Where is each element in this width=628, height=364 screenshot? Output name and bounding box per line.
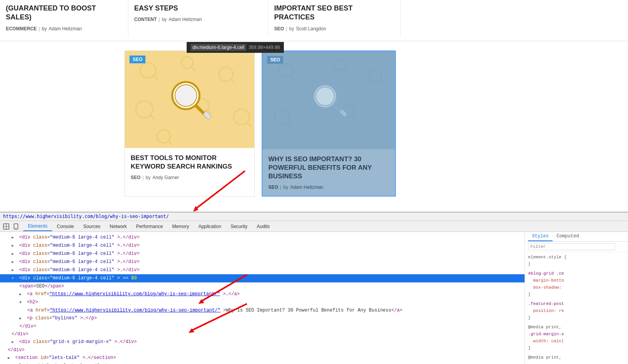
dom-line-close-main: </div> bbox=[0, 346, 525, 354]
tab-security[interactable]: Security bbox=[226, 222, 252, 231]
card-content-seo: WHY IS SEO IMPORTANT? 30 POWERFUL BENEFI… bbox=[262, 149, 395, 196]
svg-point-39 bbox=[16, 228, 16, 228]
card-image-blue: SEO bbox=[262, 51, 395, 149]
svg-marker-33 bbox=[193, 206, 198, 212]
svg-line-7 bbox=[150, 115, 155, 120]
dom-line-grid[interactable]: ▶ <div class="grid-x grid-margin-x" >…</… bbox=[0, 338, 525, 346]
tab-application[interactable]: Application bbox=[194, 222, 226, 231]
card-by: by bbox=[145, 175, 150, 180]
card-category: CONTENT bbox=[134, 17, 157, 22]
card-meta: SEO | by Adam Heitzman bbox=[268, 185, 389, 190]
dom-line[interactable]: ▶ <div class="medium-6 large-4 cell" >…<… bbox=[0, 266, 525, 274]
svg-line-3 bbox=[191, 67, 195, 70]
dom-panel: ▶ <div class="medium-6 large-4 cell" >…<… bbox=[0, 232, 525, 364]
element-tooltip: div.medium-6.large-4.cell 369.98×449.98 bbox=[187, 42, 284, 53]
svg-line-1 bbox=[154, 76, 158, 80]
devtools-icon-inspect[interactable] bbox=[2, 222, 10, 231]
card-by: by bbox=[283, 185, 288, 190]
website-preview: (GUARANTEED TO BOOST SALES) ECOMMERCE | … bbox=[0, 0, 628, 212]
svg-point-29 bbox=[316, 87, 334, 106]
dom-line[interactable]: ▶ <div class="medium-6 large-4 cell" >…<… bbox=[0, 233, 525, 242]
dom-line[interactable]: ▶ <div class="medium-6 large-4 cell" >…<… bbox=[0, 258, 525, 266]
dom-line[interactable]: ▶ <div class="medium-6 large-4 cell" >…<… bbox=[0, 250, 525, 258]
card-guaranteed[interactable]: (GUARANTEED TO BOOST SALES) ECOMMERCE | … bbox=[0, 0, 128, 37]
svg-point-12 bbox=[157, 130, 170, 143]
tab-sources[interactable]: Sources bbox=[79, 222, 105, 231]
card-content-tools: BEST TOOLS TO MONITOR KEYWORD SEARCH RAN… bbox=[125, 148, 254, 186]
dom-line-p-bylines[interactable]: ▶ <p class="bylines" >…</p> bbox=[0, 314, 525, 322]
card-best-tools[interactable]: SEO BEST TOOLS TO MONITOR KEYWORD SEARCH… bbox=[124, 51, 255, 197]
styles-featured-post: .featured-post position: re } bbox=[528, 300, 625, 321]
card-meta: SEO | by Scott Langdon bbox=[274, 26, 394, 31]
devtools-icon-mobile[interactable] bbox=[12, 222, 20, 231]
card-category: ECOMMERCE bbox=[6, 26, 37, 31]
card-category: SEO bbox=[268, 185, 278, 190]
tab-styles[interactable]: Styles bbox=[528, 232, 553, 241]
devtools-panel: https://www.highervisibility.com/blog/wh… bbox=[0, 212, 628, 364]
tab-memory[interactable]: Memory bbox=[168, 222, 194, 231]
svg-line-13 bbox=[168, 141, 172, 145]
styles-filter-input[interactable] bbox=[528, 243, 615, 250]
card-title: (GUARANTEED TO BOOST SALES) bbox=[6, 4, 122, 22]
styles-filter[interactable] bbox=[525, 242, 628, 252]
card-easy-steps[interactable]: EASY STEPS CONTENT | by Adam Heitzman bbox=[128, 0, 268, 37]
dom-line-close-div-inner: </div> bbox=[0, 322, 525, 330]
svg-point-4 bbox=[219, 67, 233, 81]
card-category: SEO bbox=[274, 26, 284, 31]
dom-line-a-text[interactable]: <a href="https://www.highervisibility.co… bbox=[0, 307, 525, 314]
card-divider bbox=[0, 41, 628, 41]
styles-panel: Styles Computed element.style { } #blog-… bbox=[525, 232, 628, 364]
card-meta: SEO | by Andy Garner bbox=[131, 175, 248, 180]
dom-line-span-seo[interactable]: <span>SEO</span> bbox=[0, 282, 525, 290]
dom-line-selected[interactable]: ▼ <div class="medium-6 large-4 cell" > =… bbox=[0, 274, 525, 282]
svg-line-34 bbox=[194, 198, 245, 212]
devtools-content: ▶ <div class="medium-6 large-4 cell" >…<… bbox=[0, 232, 628, 364]
svg-point-2 bbox=[181, 57, 193, 68]
dom-line-close-div: </div> bbox=[0, 330, 525, 338]
seo-badge-orange: SEO bbox=[129, 56, 145, 63]
dom-line[interactable]: ▶ <div class="medium-6 large-4 cell" >…<… bbox=[0, 242, 525, 250]
bottom-cards-row: SEO BEST TOOLS TO MONITOR KEYWORD SEARCH… bbox=[124, 51, 396, 197]
tab-console[interactable]: Console bbox=[52, 222, 79, 231]
page-wrapper: (GUARANTEED TO BOOST SALES) ECOMMERCE | … bbox=[0, 0, 628, 364]
card-title: EASY STEPS bbox=[134, 4, 262, 13]
tab-audits[interactable]: Audits bbox=[252, 222, 274, 231]
styles-element: element.style { } bbox=[528, 254, 625, 268]
bg-pattern bbox=[125, 51, 254, 148]
card-title: IMPORTANT SEO BEST PRACTICES bbox=[274, 4, 394, 22]
svg-line-9 bbox=[207, 110, 211, 114]
card-author: Andy Garner bbox=[152, 175, 179, 180]
tooltip-size: 369.98×449.98 bbox=[248, 45, 280, 50]
tab-performance[interactable]: Performance bbox=[131, 222, 168, 231]
card-author: Adam Heitzman bbox=[49, 26, 82, 31]
dom-line-h2[interactable]: ▼ <h2> bbox=[0, 298, 525, 307]
card-title: WHY IS SEO IMPORTANT? 30 POWERFUL BENEFI… bbox=[268, 155, 389, 181]
dom-line-footer[interactable]: ▶ <footer id="main-footer" >…</footer> bbox=[0, 362, 525, 364]
svg-line-5 bbox=[231, 79, 235, 83]
tab-network[interactable]: Network bbox=[105, 222, 131, 231]
magnifier-icon-blue bbox=[306, 77, 352, 124]
tooltip-tag: div.medium-6.large-4.cell bbox=[191, 44, 246, 51]
card-image-orange: SEO bbox=[125, 51, 254, 148]
card-meta: ECOMMERCE | by Adam Heitzman bbox=[6, 26, 122, 31]
devtools-tabs-row: Elements Console Sources Network Perform… bbox=[0, 221, 628, 232]
card-category: SEO bbox=[131, 175, 140, 180]
svg-point-8 bbox=[196, 99, 209, 111]
dom-line-a-img[interactable]: ▶ <a href="https://www.highervisibility.… bbox=[0, 290, 525, 298]
tab-computed[interactable]: Computed bbox=[553, 232, 583, 241]
card-title: BEST TOOLS TO MONITOR KEYWORD SEARCH RAN… bbox=[131, 154, 248, 171]
tab-elements[interactable]: Elements bbox=[23, 222, 52, 231]
card-by: by bbox=[289, 26, 294, 31]
svg-line-11 bbox=[247, 122, 251, 127]
styles-panel-tabs: Styles Computed bbox=[525, 232, 628, 242]
card-why-seo[interactable]: SEO WHY IS SEO IMPORTANT? 30 POWERFUL BE… bbox=[262, 51, 396, 197]
card-author: Adam Heitzman bbox=[169, 17, 202, 22]
card-meta: CONTENT | by Adam Heitzman bbox=[134, 17, 262, 22]
card-important-seo[interactable]: IMPORTANT SEO BEST PRACTICES SEO | by Sc… bbox=[268, 0, 401, 37]
card-author: Adam Heitzman bbox=[290, 185, 323, 190]
styles-media-print: @media print, .grid-margin-x width: calc… bbox=[528, 324, 625, 352]
styles-content: element.style { } #blog-grid .ce margin-… bbox=[525, 252, 628, 364]
card-by: by bbox=[42, 26, 47, 31]
dom-line-section-lets-talk[interactable]: ▶ <section id="lets-talk" >…</section> bbox=[0, 354, 525, 362]
styles-blog-grid: #blog-grid .ce margin-botto box-shadow: … bbox=[528, 270, 625, 298]
